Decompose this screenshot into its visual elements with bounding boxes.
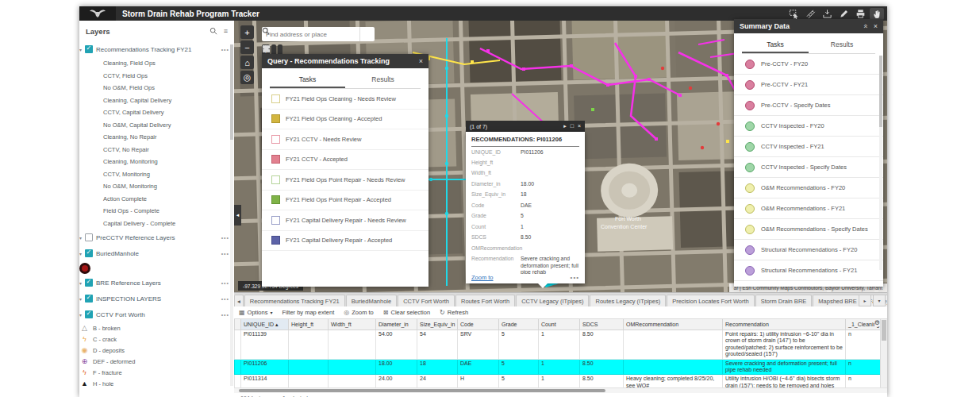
col-unique-id[interactable]: UNIQUE_ID ▴	[241, 319, 289, 330]
clear-selection-button[interactable]: ⊠Clear selection	[383, 309, 430, 316]
layer-item[interactable]: ▾ Cleaning, Field Ops •••	[79, 57, 234, 70]
layer-checkbox[interactable]	[85, 310, 93, 318]
query-task[interactable]: FY21 Capital Delivery Repair - Accepted	[262, 231, 429, 252]
layer-item[interactable]: ▾ CCTV, Monitoring •••	[79, 168, 234, 181]
col-omrecommendation[interactable]: OMRecommendation	[624, 319, 723, 330]
address-search[interactable]	[262, 27, 375, 41]
filter-by-extent-button[interactable]: Filter by map extent	[282, 309, 334, 316]
draw-icon[interactable]	[836, 8, 851, 20]
table-row[interactable]: PI011139 54.00 54SRV 51 8.50 Point repai…	[235, 330, 882, 360]
layer-menu-icon[interactable]: •••	[221, 296, 229, 302]
collapse-icon[interactable]: «	[861, 24, 869, 28]
query-task[interactable]: FY21 Field Ops Cleaning - Needs Review	[262, 89, 429, 110]
col-grade[interactable]: Grade	[499, 319, 539, 330]
layer-item[interactable]: ▾ ⊕ DEF - deformed •••	[79, 356, 234, 367]
query-task[interactable]: FY21 CCTV - Needs Review	[262, 129, 429, 150]
layer-item[interactable]: ▾ BuriedManhole •••	[79, 245, 234, 261]
maximize-icon[interactable]: □	[571, 123, 574, 129]
expand-caret-icon[interactable]: ▾	[79, 47, 82, 52]
col-height[interactable]: Height_ft	[289, 319, 329, 330]
query-task[interactable]: FY21 CCTV - Accepted	[262, 150, 429, 171]
layer-item[interactable]: ▾ CCTV Fort Worth •••	[79, 306, 234, 322]
zoom-in-button[interactable]: +	[240, 25, 254, 39]
search-icon[interactable]	[359, 27, 375, 41]
layer-menu-icon[interactable]: •••	[221, 47, 229, 52]
layers-scrollbar[interactable]	[230, 44, 233, 386]
summary-task[interactable]: CCTV Inspected - FY21	[734, 137, 883, 157]
expand-caret-icon[interactable]: ▾	[79, 296, 82, 302]
layer-checkbox[interactable]	[85, 295, 93, 303]
query-task[interactable]: FY21 Field Ops Point Repair - Needs Revi…	[262, 170, 429, 191]
layer-checkbox[interactable]	[85, 279, 93, 287]
table-row[interactable]: PI011314 24.00 24H 51 8.50Heavy cleaning…	[235, 375, 882, 387]
summary-task[interactable]: Structural Recommendations - FY20	[734, 240, 883, 260]
select-icon[interactable]	[786, 8, 801, 20]
close-icon[interactable]: ×	[578, 123, 581, 129]
tabs-scroll-left-icon[interactable]: ◂	[234, 295, 244, 306]
summary-task[interactable]: CCTV Inspected - FY20	[734, 116, 883, 137]
summary-task[interactable]: Pre-CCTV - FY21	[734, 75, 883, 95]
query-task[interactable]: FY21 Field Ops Point Repair - Accepted	[262, 191, 429, 211]
layer-item[interactable]: ▾ ◉ D - deposits •••	[79, 345, 234, 356]
layer-item[interactable]: ▾ Cleaning, Monitoring •••	[79, 156, 234, 168]
zoom-to-button[interactable]: ◎Zoom to	[344, 309, 374, 316]
close-icon[interactable]: ×	[874, 22, 878, 30]
layer-item[interactable]: ▾ ▲ H - hole •••	[79, 378, 234, 389]
expand-caret-icon[interactable]: ▾	[79, 280, 82, 286]
tab-tasks[interactable]: Tasks	[742, 37, 809, 53]
add-data-icon[interactable]	[820, 8, 834, 20]
layer-item[interactable]: ▾ No O&M, Capital Delivery •••	[79, 119, 234, 132]
summary-task[interactable]: CCTV Inspected - Specify Dates	[734, 157, 883, 178]
summary-task[interactable]: O&M Recommendations - FY20	[734, 178, 883, 198]
table-row-selected[interactable]: PI011206 18.00 18DAE 51 8.50 Severe crac…	[235, 359, 882, 375]
zoom-out-button[interactable]: −	[240, 40, 254, 54]
zoom-to-link[interactable]: Zoom to	[471, 274, 494, 281]
table-tab[interactable]: Recommendations Tracking FY21	[244, 295, 345, 306]
layer-menu-icon[interactable]: •••	[221, 312, 229, 318]
tab-results[interactable]: Results	[809, 37, 875, 53]
pan-icon[interactable]	[870, 8, 884, 20]
table-tab[interactable]: Storm Drain BRE	[755, 295, 813, 306]
layer-checkbox[interactable]	[85, 45, 93, 53]
table-tab[interactable]: Routes Fort Worth	[455, 295, 515, 306]
filter-layers-icon[interactable]: ≡	[224, 27, 228, 35]
layer-item[interactable]: ▾ CCTV, Capital Delivery •••	[79, 106, 234, 119]
table-horizontal-scrollbar[interactable]	[234, 387, 887, 393]
layer-checkbox[interactable]	[85, 249, 93, 257]
layer-menu-icon[interactable]: •••	[221, 251, 229, 256]
query-task[interactable]: FY21 Field Ops Cleaning - Accepted	[262, 110, 429, 130]
layer-item[interactable]: ▾ No O&M, Field Ops •••	[79, 82, 234, 94]
layer-item[interactable]: ▾ No O&M, Monitoring •••	[79, 180, 234, 193]
col-diameter[interactable]: Diameter_in	[376, 319, 417, 330]
col-count[interactable]: Count	[539, 319, 580, 330]
measure-icon[interactable]	[803, 8, 817, 20]
col-recommendation[interactable]: Recommendation	[723, 319, 846, 330]
layer-item[interactable]: ▾ CCTV, Field Ops •••	[79, 70, 234, 83]
panel-collapse-arrow[interactable]: ◂	[234, 205, 241, 225]
next-feature-icon[interactable]: ▸	[563, 123, 567, 129]
col-code[interactable]: Code	[458, 319, 499, 330]
expand-caret-icon[interactable]: ▾	[79, 235, 82, 241]
col-width[interactable]: Width_ft	[329, 319, 376, 330]
summary-task[interactable]: Structural Recommendations - FY21	[734, 260, 883, 281]
layer-item[interactable]: ▾ Cleaning, Capital Delivery •••	[79, 94, 234, 107]
tabs-next-icon[interactable]: ▸	[859, 295, 871, 306]
refresh-button[interactable]: ↻Refresh	[440, 309, 468, 316]
layer-item[interactable]: ▾ PreCCTV Reference Layers •••	[79, 229, 234, 245]
layer-item[interactable]: ▾ Action Complete •••	[79, 193, 234, 206]
layer-item[interactable]: ▾ INSPECTION LAYERS •••	[79, 291, 234, 306]
tab-tasks[interactable]: Tasks	[270, 71, 345, 88]
col-sdcs[interactable]: SDCS	[580, 319, 624, 330]
layer-item[interactable]: ▾ △ B - broken •••	[79, 322, 234, 333]
layer-item[interactable]: ▾ Cleaning, No Repair •••	[79, 131, 234, 144]
tabs-menu-icon[interactable]: ▾	[873, 295, 886, 306]
tab-results[interactable]: Results	[345, 71, 421, 88]
summary-task[interactable]: O&M Recommendations - Specify Dates	[734, 219, 883, 240]
layer-item[interactable]: ▾ ϟ C - crack •••	[79, 333, 234, 345]
col-size-equiv[interactable]: Size_Equiv_in	[417, 319, 458, 330]
search-input[interactable]	[262, 31, 359, 38]
summary-task[interactable]: Pre-CCTV - FY20	[734, 54, 883, 75]
table-tab[interactable]: Mapshed BRE	[813, 295, 862, 306]
locate-button[interactable]: ◎	[240, 71, 254, 84]
expand-caret-icon[interactable]: ▾	[79, 312, 82, 318]
